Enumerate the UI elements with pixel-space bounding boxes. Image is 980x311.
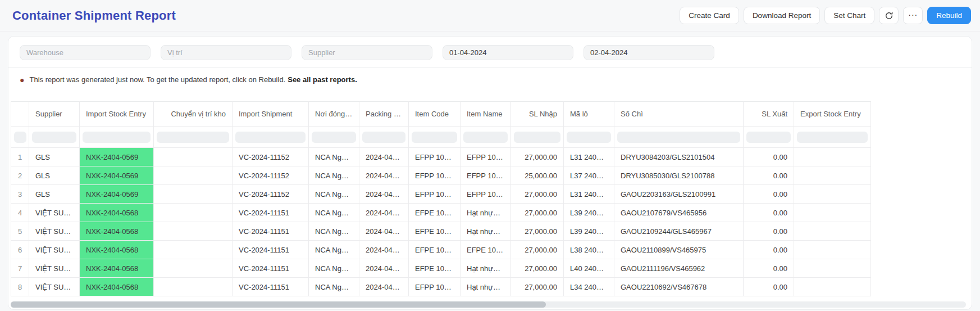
header-item-name[interactable]: Item Name (461, 102, 511, 127)
cell-item-name[interactable]: EFPP 1003... (461, 166, 511, 185)
cell-ma-lo[interactable]: L39 24033... (564, 222, 614, 241)
cell-noi-dong[interactable]: NCA Nghệ An (309, 222, 359, 241)
header-supplier[interactable]: Supplier (29, 102, 80, 127)
cell-packing-date[interactable]: 2024-04-01 (359, 166, 409, 185)
cell-ma-lo[interactable]: L37 24032... (564, 166, 614, 185)
cell-import-stock-entry[interactable]: NXK-2404-0568 (80, 241, 154, 259)
supplier-filter-input[interactable] (302, 45, 432, 60)
create-card-button[interactable]: Create Card (680, 7, 739, 24)
cell-export-stock-entry[interactable] (794, 259, 871, 278)
refresh-button[interactable] (879, 7, 899, 24)
cell-import-shipment[interactable]: VC-2024-11151 (233, 241, 309, 259)
cell-import-stock-entry[interactable]: NXK-2404-0568 (80, 278, 154, 296)
column-filter-input[interactable] (14, 132, 26, 143)
column-filter-input[interactable] (32, 132, 76, 143)
header-noi-dong[interactable]: Nơi đóng ... (309, 102, 359, 127)
cell-noi-dong[interactable]: NCA Nghệ An (309, 204, 359, 222)
cell-sl-nhap[interactable]: 27,000.00 (511, 278, 564, 296)
cell-supplier[interactable]: VIỆT SUN C... (29, 204, 80, 222)
column-filter-input[interactable] (514, 132, 560, 143)
cell-item-name[interactable]: Hạt nhựa EF... (461, 278, 511, 296)
column-filter-input[interactable] (412, 132, 457, 143)
header-sl-nhap[interactable]: SL Nhập (511, 102, 564, 127)
cell-sl-xuat[interactable]: 0.00 (744, 148, 794, 166)
cell-packing-date[interactable]: 2024-04-01 (359, 148, 409, 166)
cell-supplier[interactable]: GLS (29, 148, 80, 166)
cell-ma-lo[interactable]: L31 24032... (564, 148, 614, 166)
cell-supplier[interactable]: GLS (29, 185, 80, 204)
cell-noi-dong[interactable]: NCA Nghệ An (309, 185, 359, 204)
cell-export-stock-entry[interactable] (794, 278, 871, 296)
cell-import-stock-entry[interactable]: NXK-2404-0569 (80, 148, 154, 166)
column-filter-input[interactable] (235, 132, 306, 143)
cell-so-chi[interactable]: GAOU2109244/GLS465967 (614, 222, 744, 241)
cell-chuyen-vi-tri-kho[interactable] (154, 148, 233, 166)
cell-export-stock-entry[interactable] (794, 185, 871, 204)
cell-item-name[interactable]: Hạt nhựa EF... (461, 259, 511, 278)
cell-item-name[interactable]: Hạt nhựa EF... (461, 222, 511, 241)
cell-noi-dong[interactable]: NCA Nghệ An (309, 148, 359, 166)
cell-import-stock-entry[interactable]: NXK-2404-0569 (80, 166, 154, 185)
scrollbar-thumb[interactable] (11, 301, 546, 308)
cell-import-shipment[interactable]: VC-2024-11152 (233, 185, 309, 204)
column-filter-input[interactable] (567, 132, 611, 143)
cell-item-code[interactable]: EFPP 1003... (409, 166, 461, 185)
cell-ma-lo[interactable]: L40 24032... (564, 259, 614, 278)
cell-import-stock-entry[interactable]: NXK-2404-0568 (80, 259, 154, 278)
cell-sl-nhap[interactable]: 27,000.00 (511, 222, 564, 241)
cell-packing-date[interactable]: 2024-04-01 (359, 241, 409, 259)
cell-ma-lo[interactable]: L34 24033... (564, 278, 614, 296)
cell-export-stock-entry[interactable] (794, 148, 871, 166)
warehouse-filter-input[interactable] (20, 45, 151, 60)
cell-chuyen-vi-tri-kho[interactable] (154, 166, 233, 185)
cell-supplier[interactable]: VIỆT SUN C... (29, 222, 80, 241)
cell-chuyen-vi-tri-kho[interactable] (154, 259, 233, 278)
cell-item-name[interactable]: EFPP 1005R2 (461, 148, 511, 166)
cell-import-shipment[interactable]: VC-2024-11152 (233, 148, 309, 166)
cell-sl-xuat[interactable]: 0.00 (744, 185, 794, 204)
cell-item-name[interactable]: EFPE 1002BT (461, 241, 511, 259)
cell-supplier[interactable]: VIỆT SUN C... (29, 278, 80, 296)
header-item-code[interactable]: Item Code (409, 102, 461, 127)
cell-packing-date[interactable]: 2024-04-01 (359, 222, 409, 241)
column-filter-input[interactable] (746, 132, 791, 143)
header-import-shipment[interactable]: Import Shipment (233, 102, 309, 127)
cell-ma-lo[interactable]: L39 24033... (564, 204, 614, 222)
cell-noi-dong[interactable]: NCA Nghệ An (309, 278, 359, 296)
header-chuyen-vi-tri-kho[interactable]: Chuyển vị trí kho (154, 102, 233, 127)
cell-sl-xuat[interactable]: 0.00 (744, 166, 794, 185)
header-so-chi[interactable]: Số Chì (614, 102, 744, 127)
column-filter-input[interactable] (312, 132, 356, 143)
cell-sl-xuat[interactable]: 0.00 (744, 204, 794, 222)
cell-ma-lo[interactable]: L38 24032... (564, 241, 614, 259)
cell-import-shipment[interactable]: VC-2024-11151 (233, 259, 309, 278)
cell-chuyen-vi-tri-kho[interactable] (154, 204, 233, 222)
header-ma-lo[interactable]: Mã lô (564, 102, 614, 127)
cell-packing-date[interactable]: 2024-04-01 (359, 204, 409, 222)
cell-so-chi[interactable]: GAOU2107679/VS465956 (614, 204, 744, 222)
cell-import-shipment[interactable]: VC-2024-11151 (233, 278, 309, 296)
cell-item-code[interactable]: EFPE 1001S (409, 222, 461, 241)
horizontal-scrollbar[interactable] (11, 301, 966, 308)
cell-so-chi[interactable]: DRYU3084203/GLS2101504 (614, 148, 744, 166)
cell-so-chi[interactable]: GAOU2110899/VS465975 (614, 241, 744, 259)
cell-sl-nhap[interactable]: 27,000.00 (511, 204, 564, 222)
cell-chuyen-vi-tri-kho[interactable] (154, 241, 233, 259)
cell-noi-dong[interactable]: NCA Nghệ An (309, 259, 359, 278)
location-filter-input[interactable] (161, 45, 291, 60)
cell-sl-xuat[interactable]: 0.00 (744, 278, 794, 296)
header-sl-xuat[interactable]: SL Xuất (744, 102, 794, 127)
cell-export-stock-entry[interactable] (794, 204, 871, 222)
cell-item-code[interactable]: EFPP 1005R2 (409, 185, 461, 204)
set-chart-button[interactable]: Set Chart (824, 7, 874, 24)
to-date-input[interactable] (584, 45, 714, 60)
cell-packing-date[interactable]: 2024-04-01 (359, 185, 409, 204)
cell-so-chi[interactable]: GAOU2210692/VS467678 (614, 278, 744, 296)
cell-sl-nhap[interactable]: 25,000.00 (511, 166, 564, 185)
cell-sl-nhap[interactable]: 27,000.00 (511, 259, 564, 278)
cell-item-code[interactable]: EFPP 1005R2 (409, 148, 461, 166)
cell-item-code[interactable]: EFPE 1001S (409, 204, 461, 222)
cell-item-code[interactable]: EFPE 1000... (409, 259, 461, 278)
cell-sl-xuat[interactable]: 0.00 (744, 259, 794, 278)
cell-sl-nhap[interactable]: 27,000.00 (511, 241, 564, 259)
